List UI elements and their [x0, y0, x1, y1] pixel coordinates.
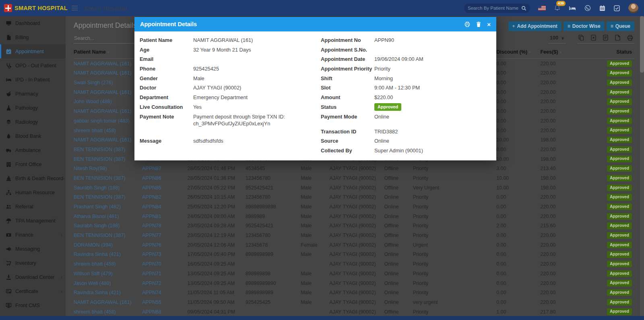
sidebar-item-messaging[interactable]: Messaging: [0, 242, 66, 256]
scrollbar-thumb[interactable]: [640, 16, 644, 73]
patient-link[interactable]: Jason Well (480): [74, 281, 111, 286]
language-flag-icon[interactable]: [538, 6, 546, 10]
copy-icon[interactable]: [578, 35, 584, 41]
source-cell: Offline: [384, 221, 413, 231]
patient-link[interactable]: NAMIT AGGRAWAL (161): [74, 89, 132, 95]
appt_no-link[interactable]: APPN76: [142, 242, 161, 248]
sidebar-item-billing[interactable]: Billing: [0, 30, 66, 44]
patient-link[interactable]: NAMIT AGGRAWAL (161): [74, 108, 132, 114]
patient-search-box[interactable]: [464, 4, 530, 13]
sidebar-item-human-resource[interactable]: Human Resource: [0, 185, 66, 199]
sidebar-item-label: Referral: [15, 204, 33, 210]
patient-link[interactable]: BEN TENNISION (387): [74, 147, 126, 152]
page-size-select[interactable]: 100∨: [548, 34, 566, 44]
sidebar-item-blood-bank[interactable]: Blood Bank: [0, 129, 66, 143]
patient-link[interactable]: DORAMON (394): [74, 242, 113, 248]
patient-search-input[interactable]: [468, 6, 521, 10]
sidebar-item-download-center[interactable]: Download Center‹: [0, 270, 66, 284]
excel-export-icon[interactable]: [591, 35, 596, 41]
appt_no-link[interactable]: APPN84: [142, 204, 161, 210]
appt_no-link[interactable]: APPN77: [142, 233, 161, 238]
appt_no-link[interactable]: APPN71: [142, 271, 161, 276]
pdf-export-icon[interactable]: [615, 35, 620, 41]
whatsapp-icon[interactable]: [584, 5, 591, 11]
appt_no-link[interactable]: APPN82: [142, 194, 161, 200]
sidebar-item-tpa-management[interactable]: TPA Management: [0, 214, 66, 228]
sidebar-item-inventory[interactable]: Inventory: [0, 256, 66, 270]
notifications-bell-icon[interactable]: 439: [554, 5, 560, 11]
patient-link[interactable]: Swati Singh (276): [74, 80, 113, 85]
patient-link[interactable]: shreem bhatt (458): [74, 261, 116, 267]
appt_no-link[interactable]: APPN68: [142, 309, 161, 315]
patient-link[interactable]: NAMIT AGGRAWAL (161): [74, 137, 132, 143]
sidebar-item-pathology[interactable]: Pathology: [0, 101, 66, 115]
appt_no-link[interactable]: APPN70: [142, 261, 161, 267]
csv-export-icon[interactable]: [603, 35, 608, 41]
column-header-patient-name[interactable]: Patient Name ▾: [74, 47, 142, 59]
sidebar-item-appointment[interactable]: Appointment: [0, 44, 66, 58]
sidebar-item-opd-out-patient[interactable]: OPD - Out Patient: [0, 58, 66, 73]
sidebar-item-referral[interactable]: Referral: [0, 199, 66, 214]
appt_no-link[interactable]: APPN86: [142, 175, 161, 181]
modal-field-value: $220.00: [374, 93, 393, 101]
tasks-check-icon[interactable]: [614, 5, 620, 11]
modal-delete-icon[interactable]: [476, 22, 481, 27]
patient-link[interactable]: BEN TENNISION (387): [74, 194, 126, 200]
app-logo[interactable]: SMART HOSPITAL: [0, 4, 66, 12]
patient-link[interactable]: Prashant Singh (482): [74, 204, 121, 210]
print-icon[interactable]: [627, 35, 633, 41]
sidebar-item-birth-death-record[interactable]: Birth & Death Record‹: [0, 171, 66, 185]
patient-link[interactable]: Saurabh Singh (188): [74, 185, 120, 191]
patient-link[interactable]: Nitesh Roy(98): [74, 166, 107, 171]
patient-link[interactable]: Saurabh Singh (188): [74, 223, 120, 229]
patient-link[interactable]: NAMIT AGGRAWAL (161): [74, 61, 132, 66]
user-avatar[interactable]: [628, 3, 638, 13]
queue-button[interactable]: ≡Queue: [607, 21, 634, 31]
modal-close-icon[interactable]: ×: [487, 21, 491, 27]
sidebar-item-front-office[interactable]: Front Office: [0, 157, 66, 171]
patient-link[interactable]: Ravindra Sinha (421): [74, 251, 121, 257]
search-icon[interactable]: [521, 6, 526, 11]
column-header-fees[interactable]: Fees($) ▾: [540, 47, 599, 59]
sidebar-item-certificate[interactable]: Certificate‹: [0, 284, 66, 298]
footer-bar: [0, 316, 644, 320]
appt_no-link[interactable]: APPN55: [142, 299, 161, 305]
patient-link[interactable]: Ravindra Sinha (421): [74, 290, 121, 295]
appt_no-link[interactable]: APPN87: [142, 166, 161, 171]
doctor-wise-button[interactable]: ≡Doctor Wise: [564, 21, 605, 31]
add-appointment-button[interactable]: +Add Appointment: [508, 21, 561, 31]
appt_no-link[interactable]: APPN73: [142, 251, 161, 257]
patient-link[interactable]: BEN TENNISION (387): [74, 175, 126, 181]
patient-link[interactable]: gabbar singh tomar (483): [74, 118, 130, 124]
patient-link[interactable]: Atharva Bisnoi (481): [74, 214, 119, 219]
patient-link[interactable]: NAMIT AGGRAWAL (161): [74, 70, 132, 76]
patient-link[interactable]: BEN TENNISION (387): [74, 233, 126, 238]
modal-field-value: 9:00 AM - 12:30 PM: [374, 83, 420, 91]
hamburger-menu-icon[interactable]: [72, 4, 78, 12]
appt_no-link[interactable]: APPN72: [142, 281, 161, 286]
patient-link[interactable]: John Wood (488): [74, 99, 112, 104]
appt_no-link[interactable]: APPN85: [142, 185, 161, 191]
sidebar-item-pharmacy[interactable]: Pharmacy: [0, 87, 66, 101]
sidebar-item-ambulance[interactable]: Ambulance: [0, 143, 66, 157]
column-header-discount[interactable]: Discount (%) ▾: [496, 47, 540, 59]
sidebar-item-front-cms[interactable]: Front CMS: [0, 298, 66, 312]
modal-print-icon[interactable]: [464, 22, 470, 27]
modal-field-label: Shift: [321, 74, 374, 82]
appt_no-link[interactable]: APPN81: [142, 214, 161, 219]
vertical-scrollbar[interactable]: [640, 16, 644, 316]
bed-status-icon[interactable]: [569, 6, 576, 11]
sidebar-item-ipd-in-patient[interactable]: IPD - In Patient: [0, 73, 66, 87]
calendar-icon[interactable]: [599, 5, 605, 11]
patient-link[interactable]: Willson Stiff (479): [74, 271, 113, 276]
patient-link[interactable]: shreem bhatt (458): [74, 309, 116, 315]
appt_no-link[interactable]: APPN74: [142, 290, 161, 295]
sidebar-item-dashboard[interactable]: Dashboard: [0, 16, 66, 30]
patient-link[interactable]: BEN TENNISION (387): [74, 156, 126, 162]
sidebar-item-radiology[interactable]: Radiology: [0, 115, 66, 129]
status-badge: Approved: [607, 89, 632, 96]
patient-link[interactable]: NAMIT AGGRAWAL (161): [74, 299, 132, 305]
sidebar-item-finance[interactable]: Finance‹: [0, 228, 66, 242]
appt_no-link[interactable]: APPN78: [142, 223, 161, 229]
patient-link[interactable]: shreem bhatt (458): [74, 128, 116, 133]
